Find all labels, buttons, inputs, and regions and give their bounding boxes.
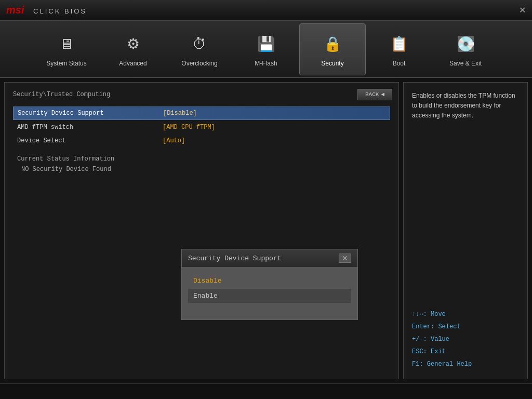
close-button[interactable]: ✕ <box>519 5 526 15</box>
keybinding-: ↑↓↔: Move <box>412 308 519 321</box>
key-action: Value <box>427 336 449 343</box>
dropdown-titlebar: Security Device Support ✕ <box>182 249 357 268</box>
settings-value-1: [AMD CPU fTPM] <box>163 124 215 131</box>
keybinding-Enter: Enter: Select <box>412 321 519 333</box>
save-exit-icon: 💽 <box>453 32 478 57</box>
dropdown-list: DisableEnable <box>182 268 357 320</box>
security-icon: 🔒 <box>320 32 345 57</box>
dropdown-close-button[interactable]: ✕ <box>339 254 351 263</box>
navbar: 🖥System Status⚙Advanced⏱Overclocking💾M-F… <box>0 21 532 78</box>
keybinding-ESC: ESC: Exit <box>412 345 519 358</box>
keybindings: ↑↓↔: MoveEnter: Select+/-: ValueESC: Exi… <box>412 308 519 370</box>
advanced-icon: ⚙ <box>121 32 145 57</box>
section-label: Current Status Information <box>13 155 390 163</box>
settings-value-2: [Auto] <box>163 137 185 144</box>
main-content: Security\Trusted Computing BACK ◄ Securi… <box>0 78 532 383</box>
bottom-bar <box>0 383 532 399</box>
system-status-icon: 🖥 <box>54 32 79 57</box>
boot-icon: 📋 <box>387 32 411 57</box>
key-label: Enter: <box>412 323 434 330</box>
key-action: General Help <box>423 361 472 368</box>
settings-value-0: [Disable] <box>163 110 197 117</box>
nav-item-security[interactable]: 🔒Security <box>299 23 366 75</box>
key-action: Move <box>427 311 446 318</box>
status-text: NO Security Device Found <box>13 165 390 174</box>
nav-item-save-exit[interactable]: 💽Save & Exit <box>432 23 499 75</box>
logo-msi: msi <box>6 4 24 16</box>
key-label: +/-: <box>412 336 427 343</box>
keybinding-: +/-: Value <box>412 333 519 345</box>
dropdown-option-0[interactable]: Disable <box>188 274 351 288</box>
settings-label-0: Security Device Support <box>18 110 163 117</box>
settings-label-1: AMD fTPM switch <box>17 124 163 131</box>
settings-row-0[interactable]: Security Device Support[Disable] <box>13 107 390 120</box>
settings-row-2[interactable]: Device Select[Auto] <box>13 135 390 147</box>
nav-item-system-status[interactable]: 🖥System Status <box>33 23 100 75</box>
nav-label-save-exit: Save & Exit <box>449 60 482 67</box>
key-label: ESC: <box>412 348 427 355</box>
right-panel: Enables or disables the TPM function to … <box>403 82 528 379</box>
back-button[interactable]: BACK ◄ <box>357 89 392 100</box>
logo-clickbios: CLICK BIOS <box>33 7 87 15</box>
nav-item-boot[interactable]: 📋Boot <box>366 23 432 75</box>
settings-row-1[interactable]: AMD fTPM switch[AMD CPU fTPM] <box>13 121 390 134</box>
key-label: F1: <box>412 361 423 368</box>
nav-item-advanced[interactable]: ⚙Advanced <box>100 23 166 75</box>
breadcrumb: Security\Trusted Computing <box>13 91 390 98</box>
left-panel: Security\Trusted Computing BACK ◄ Securi… <box>4 82 399 379</box>
key-label: ↑↓↔: <box>412 311 427 318</box>
settings-label-2: Device Select <box>17 137 163 144</box>
titlebar: msi CLICK BIOS ✕ <box>0 0 532 21</box>
dropdown-modal: Security Device Support ✕ DisableEnable <box>181 249 358 320</box>
nav-label-overclocking: Overclocking <box>181 60 217 67</box>
nav-label-security: Security <box>321 60 343 67</box>
nav-label-system-status: System Status <box>46 60 86 67</box>
keybinding-F1: F1: General Help <box>412 358 519 370</box>
nav-label-advanced: Advanced <box>119 60 147 67</box>
key-action: Exit <box>427 348 446 355</box>
nav-item-m-flash[interactable]: 💾M-Flash <box>233 23 299 75</box>
nav-label-m-flash: M-Flash <box>255 60 277 67</box>
nav-item-overclocking[interactable]: ⏱Overclocking <box>166 23 233 75</box>
key-action: Select <box>434 323 460 330</box>
settings-list: Security Device Support[Disable]AMD fTPM… <box>13 107 390 147</box>
logo: msi CLICK BIOS <box>6 4 87 16</box>
dropdown-option-1[interactable]: Enable <box>188 289 351 303</box>
m-flash-icon: 💾 <box>254 32 278 57</box>
dropdown-title: Security Device Support <box>188 255 281 262</box>
help-text: Enables or disables the TPM function to … <box>412 91 519 121</box>
overclocking-icon: ⏱ <box>187 32 212 57</box>
nav-label-boot: Boot <box>393 60 406 67</box>
